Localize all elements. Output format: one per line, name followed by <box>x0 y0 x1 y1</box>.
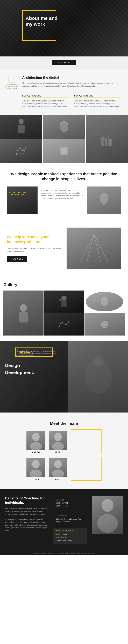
svg-point-33 <box>52 470 64 477</box>
team-photo-nick <box>49 431 67 450</box>
gallery-title: Gallery <box>3 282 125 287</box>
svg-point-32 <box>54 460 62 468</box>
svg-point-31 <box>30 470 42 477</box>
gallery2-image-5 <box>85 313 125 336</box>
gallery2-photo-4 <box>44 313 84 336</box>
svg-point-34 <box>102 499 114 512</box>
read-more-section: READ MORE <box>0 56 128 69</box>
services-box: OUR TOP SERVICES Local transfers Airport… <box>53 528 87 544</box>
innovation-text: INNOVATION <box>9 194 27 196</box>
svg-rect-5 <box>108 136 109 146</box>
call-us-label: CALL US <box>56 499 84 501</box>
benefits-desc-1: Sed pulvinar proin gravida hendrerit lec… <box>5 508 48 516</box>
service-item-2: Airport Transfers <box>55 536 85 539</box>
gallery-photo-1 <box>0 115 42 138</box>
inspired-section: We design People Inspired Experiences th… <box>0 163 128 219</box>
read-more-button[interactable]: READ MORE <box>52 60 76 65</box>
team-name-linda: LINDA <box>33 478 39 480</box>
svg-rect-1 <box>18 124 24 133</box>
svg-rect-6 <box>109 139 112 146</box>
hamburger-menu[interactable]: ☰ <box>63 2 65 6</box>
strategy-description: Duis aute irure dolor in reprehenderit i… <box>15 350 58 357</box>
contact-location-box: LOCATION 121 Rock Street, 21 Avenue, New… <box>53 512 87 526</box>
about-col-1: SAMPLE HEADLINE Justo donec enim diam vu… <box>22 95 69 108</box>
construction-label: CONSTRUCTION INNOVATION <box>9 192 27 196</box>
gallery2-photo-2 <box>86 292 123 312</box>
services-title: OUR TOP SERVICES <box>55 530 85 532</box>
svg-point-0 <box>19 119 23 124</box>
svg-rect-2 <box>101 137 103 146</box>
about-columns: SAMPLE HEADLINE Justo donec enim diam vu… <box>22 95 121 108</box>
team-photo-linda <box>26 458 45 477</box>
about-title: Architecting the digital <box>22 76 121 80</box>
team-member-paul: PAUL <box>49 458 67 480</box>
team-title: Meet the Team <box>7 421 121 426</box>
hero-background <box>0 0 128 56</box>
hero-section: ☰ About me and my work <box>0 0 128 56</box>
col1-headline: SAMPLE HEADLINE <box>22 95 69 98</box>
phone-1: 1 (234) 567-891 <box>56 502 84 504</box>
svg-rect-9 <box>61 148 67 154</box>
team-frame-decoration-2 <box>71 457 102 480</box>
about-left-col: ✦ Click again or double click to start e… <box>5 76 19 90</box>
business-right-image <box>67 228 121 268</box>
gallery-photo-4 <box>0 139 42 163</box>
svg-point-35 <box>97 514 118 533</box>
gallery-image-5 <box>43 139 85 163</box>
strategy-items: Design Development. <box>5 363 34 377</box>
gallery-image-2 <box>43 115 85 138</box>
address-value: 121 Rock Street, 21 Avenue, New York, NY… <box>56 518 84 523</box>
svg-point-24 <box>93 356 103 366</box>
team-member-margo: MARGO <box>26 431 45 453</box>
team-frame-decoration <box>71 429 102 453</box>
contact-call-box: CALL US 1 (234) 567-891 1 (234) 567-654 <box>53 496 87 510</box>
svg-rect-19 <box>19 312 28 322</box>
hero-title: About me and my work <box>26 16 60 27</box>
edit-hint-text: Click again or double click to start edi… <box>5 84 19 90</box>
gallery2-image-2 <box>86 292 123 312</box>
svg-rect-4 <box>105 138 107 146</box>
benefits-right-col <box>92 496 123 544</box>
business-title-part2: business <box>7 240 23 244</box>
gallery-grid-2 <box>3 290 125 336</box>
gallery-image-4 <box>0 139 42 163</box>
inspired-left-image: CONSTRUCTION INNOVATION <box>7 186 37 214</box>
business-title: We help and solve your business problem. <box>7 234 61 244</box>
business-title-part1: We help and solve your <box>7 235 49 239</box>
team-name-paul: PAUL <box>55 478 61 480</box>
inspired-right-image <box>87 186 121 214</box>
team-member-nick: NICK <box>49 431 67 453</box>
gallery-image-1 <box>0 115 42 138</box>
gallery-section: Gallery <box>0 277 128 341</box>
construction-text: CONSTRUCTION <box>9 192 27 194</box>
about-description: The result of our company branding proce… <box>22 82 121 88</box>
svg-point-30 <box>32 460 40 468</box>
svg-point-7 <box>18 148 24 154</box>
svg-line-14 <box>94 234 108 262</box>
col1-text: Justo donec enim diam vulputate at phare… <box>22 100 69 108</box>
svg-line-11 <box>87 234 94 262</box>
svg-point-15 <box>61 296 67 301</box>
gallery2-image-3 <box>3 290 43 336</box>
gallery2-image-1 <box>44 290 84 313</box>
service-item-3: Excursions and Tours <box>55 539 85 542</box>
business-title-highlight: problem. <box>24 240 40 244</box>
footer-hint-text: Sample text. Click to select the text bo… <box>33 552 95 554</box>
gallery-photo-3 <box>86 115 128 163</box>
gallery-photo-5 <box>43 139 85 163</box>
gallery2-photo-5 <box>85 313 125 336</box>
strategy-section: Strategy Duis aute irure dolor in repreh… <box>0 341 128 412</box>
team-photo-margo <box>26 431 45 450</box>
svg-point-18 <box>20 304 27 312</box>
edit-icon: ✦ <box>8 76 15 82</box>
svg-line-10 <box>80 234 94 262</box>
business-read-more-button[interactable]: READ MORE <box>7 256 27 262</box>
gallery-photo-2 <box>43 115 85 138</box>
about-col-2: SAMPLE HEADLINE Justo donec enim diam vu… <box>74 95 121 108</box>
svg-point-29 <box>52 442 64 450</box>
team-member-linda: LINDA <box>26 458 45 480</box>
business-section: We help and solve your business problem.… <box>0 219 128 277</box>
person-photo <box>92 496 123 534</box>
benefits-middle-col: CALL US 1 (234) 567-891 1 (234) 567-654 … <box>53 496 87 544</box>
gallery2-photo-1 <box>44 290 84 313</box>
